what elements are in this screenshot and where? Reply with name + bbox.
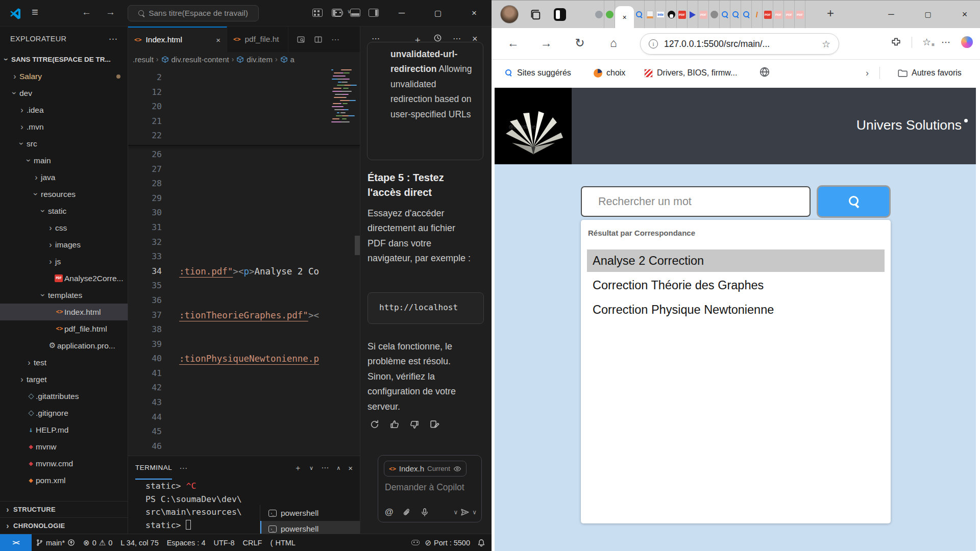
code-line-44[interactable]: 44: [128, 410, 360, 425]
address-bar[interactable]: i 127.0.0.1:5500/src/main/... ☆: [640, 33, 839, 55]
tree-item-js[interactable]: js: [0, 253, 128, 270]
browser-tab-chatgpt[interactable]: [594, 1, 604, 29]
copilot-status-icon[interactable]: [411, 540, 420, 545]
code-line-37[interactable]: 37:tionTheorieGraphes.pdf"><: [128, 308, 360, 323]
chat-context-chip[interactable]: <> Index.h Current: [384, 461, 467, 477]
tree-item-static[interactable]: static: [0, 203, 128, 219]
cursor-position[interactable]: L 34, col 75: [116, 539, 162, 547]
window-close-button[interactable]: ×: [462, 0, 486, 27]
extensions-icon[interactable]: [891, 37, 901, 47]
tree-item-dev[interactable]: dev: [0, 85, 128, 102]
other-favorites[interactable]: Autres favoris: [897, 66, 962, 80]
tree-item-application-pro[interactable]: application.pro...: [0, 337, 128, 354]
tree-item-analyse2corre[interactable]: Analyse2Corre...: [0, 270, 128, 287]
breadcrumb-item[interactable]: .result: [133, 55, 154, 64]
result-item-correction-th-orie-des-graphes[interactable]: Correction Théorie des Graphes: [587, 274, 885, 296]
edge-minimize-button[interactable]: ─: [879, 1, 903, 28]
edge-close-button[interactable]: ×: [953, 1, 976, 28]
tree-item-mvnw[interactable]: mvnw: [0, 438, 128, 455]
code-line-29[interactable]: 29: [128, 191, 360, 206]
tree-item-main[interactable]: main: [0, 152, 128, 169]
chat-code-block[interactable]: http://localhost: [368, 292, 484, 324]
browser-tab-pdfpale[interactable]: [795, 1, 805, 29]
chat-history-icon[interactable]: [433, 34, 442, 42]
browser-tab-mag[interactable]: [741, 1, 752, 29]
code-line-32[interactable]: 32: [128, 235, 360, 250]
code-line-30[interactable]: 30: [128, 206, 360, 220]
tree-item-templates[interactable]: templates: [0, 287, 128, 304]
code-line-43[interactable]: 43: [128, 395, 360, 410]
code-line-28[interactable]: 28: [128, 177, 360, 191]
section-chronologie[interactable]: CHRONOLOGIE: [0, 517, 128, 534]
tab-pdf-file-html[interactable]: <> pdf_file.ht: [227, 27, 288, 52]
browser-tab-mag[interactable]: [730, 1, 741, 29]
browser-tab-mag[interactable]: [720, 1, 730, 29]
split-editor-icon[interactable]: [314, 35, 323, 44]
tree-item-idea[interactable]: .idea: [0, 102, 128, 118]
remote-indicator[interactable]: ><: [0, 534, 32, 551]
window-maximize-button[interactable]: ▢: [426, 0, 450, 27]
favorites-hub-icon[interactable]: ☆: [922, 36, 931, 48]
code-line-12[interactable]: 12: [128, 85, 360, 100]
favbar-expand-icon[interactable]: ›: [866, 66, 869, 80]
browser-tab-doc[interactable]: [645, 1, 655, 29]
code-line-21[interactable]: 21: [128, 114, 360, 129]
terminal-shell-0[interactable]: powershell: [260, 505, 360, 521]
browser-tab-pdfpale[interactable]: [698, 1, 709, 29]
thumbs-up-icon[interactable]: [389, 419, 400, 430]
page-search-button[interactable]: [817, 185, 891, 218]
tree-item-gitattributes[interactable]: .gitattributes: [0, 388, 128, 405]
browser-tab-pdf[interactable]: [677, 1, 688, 29]
tab-index-html[interactable]: <> Index.html ×: [128, 27, 227, 52]
globe-icon[interactable]: [759, 66, 770, 78]
favorite-star-icon[interactable]: ☆: [822, 38, 830, 50]
profile-avatar[interactable]: [500, 5, 519, 23]
browser-settings-icon[interactable]: ⋯: [941, 37, 951, 48]
tab-close-icon[interactable]: ×: [216, 36, 220, 44]
browser-tab-pdfpale[interactable]: [773, 1, 784, 29]
code-line-33[interactable]: 33: [128, 249, 360, 264]
word-search-input[interactable]: [581, 186, 811, 217]
edge-maximize-button[interactable]: ▢: [916, 1, 940, 28]
port-indicator[interactable]: ⊘Port : 5500: [421, 538, 474, 547]
tab-close-icon[interactable]: ×: [622, 13, 626, 21]
regenerate-icon[interactable]: [370, 419, 380, 430]
code-line-22[interactable]: 22: [128, 129, 360, 143]
browser-refresh-icon[interactable]: ↻: [572, 36, 587, 50]
section-structure[interactable]: STRUCTURE: [0, 501, 128, 517]
tree-item-src[interactable]: src: [0, 135, 128, 152]
customize-layout-icon[interactable]: [312, 9, 323, 17]
tree-item-pom-xml[interactable]: pom.xml: [0, 472, 128, 489]
browser-tab-flag[interactable]: [688, 1, 698, 29]
browser-tab-mag[interactable]: [634, 1, 645, 29]
browser-home-icon[interactable]: ⌂: [606, 36, 621, 50]
workspaces-icon[interactable]: [529, 9, 542, 21]
breadcrumb-item[interactable]: div.result-content: [172, 55, 229, 64]
new-tab-button[interactable]: +: [822, 6, 839, 20]
problems-indicator[interactable]: ⊗0 ⚠0: [79, 538, 116, 547]
code-line-20[interactable]: 20: [128, 99, 360, 114]
attach-icon[interactable]: [402, 508, 411, 517]
tree-item-help-md[interactable]: HELP.md: [0, 421, 128, 438]
terminal-new-icon[interactable]: ＋: [294, 463, 302, 473]
browser-tab-active[interactable]: ×: [615, 6, 634, 29]
code-line-31[interactable]: 31: [128, 220, 360, 235]
tree-item-target[interactable]: target: [0, 371, 128, 388]
tree-item-pdf-file-html[interactable]: pdf_file.html: [0, 320, 128, 337]
tab-actions-icon[interactable]: [554, 8, 566, 21]
code-line-27[interactable]: 27: [128, 162, 360, 177]
terminal-output[interactable]: static> ^C PS C:\soumaDev\dev\ src\main\…: [128, 480, 360, 534]
tree-item-test[interactable]: test: [0, 354, 128, 371]
edge-copilot-icon[interactable]: [961, 36, 973, 48]
terminal-dropdown-icon[interactable]: ∨: [309, 465, 313, 471]
code-line-42[interactable]: 42: [128, 381, 360, 395]
indentation[interactable]: Espaces : 4: [163, 539, 210, 547]
favorite-drivers-bios-firmw[interactable]: Drivers, BIOS, firmw...: [644, 66, 737, 80]
browser-tab-tux[interactable]: [666, 1, 677, 29]
browser-tab-inte[interactable]: [655, 1, 666, 29]
tree-item-resources[interactable]: resources: [0, 186, 128, 203]
terminal-actions-icon[interactable]: ⋯: [321, 463, 329, 472]
code-line-36[interactable]: 36: [128, 293, 360, 308]
language-mode[interactable]: (HTML: [266, 538, 299, 547]
nav-back-icon[interactable]: ←: [82, 7, 91, 18]
